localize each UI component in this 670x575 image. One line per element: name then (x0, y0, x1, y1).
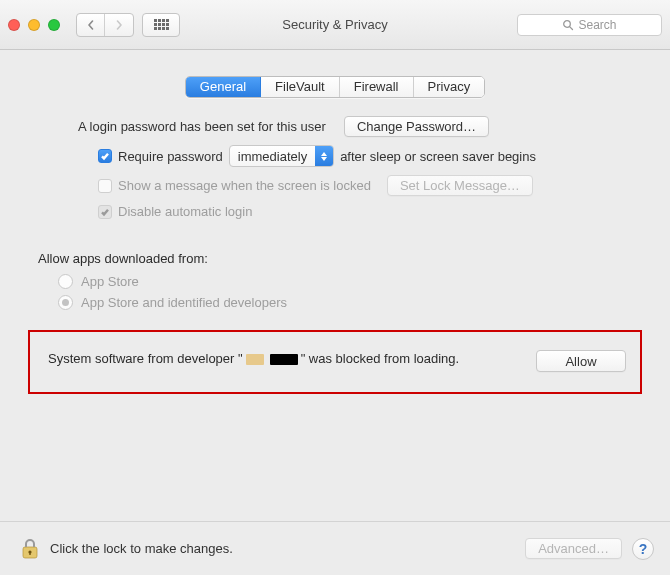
window-titlebar: Security & Privacy Search (0, 0, 670, 50)
grid-icon (154, 19, 169, 30)
allow-apps-option-app-store: App Store (58, 274, 652, 289)
lock-icon[interactable] (20, 537, 40, 561)
radio-app-store-label: App Store (81, 274, 139, 289)
require-password-label-after: after sleep or screen saver begins (340, 149, 536, 164)
close-window-button[interactable] (8, 19, 20, 31)
nav-back-forward (76, 13, 134, 37)
login-password-text: A login password has been set for this u… (78, 119, 326, 134)
svg-line-1 (570, 26, 573, 29)
back-button[interactable] (77, 14, 105, 36)
redacted-developer-name (270, 354, 298, 365)
svg-rect-4 (29, 552, 30, 555)
change-password-button[interactable]: Change Password… (344, 116, 489, 137)
redacted-developer-name (246, 354, 264, 365)
radio-identified-devs (58, 295, 73, 310)
radio-app-store (58, 274, 73, 289)
disable-auto-login-row: Disable automatic login (98, 204, 652, 219)
require-password-label-before: Require password (118, 149, 223, 164)
disable-auto-login-checkbox (98, 205, 112, 219)
search-icon (562, 19, 574, 31)
search-placeholder: Search (578, 18, 616, 32)
tab-firewall[interactable]: Firewall (340, 77, 414, 97)
require-password-delay-popup[interactable]: immediately (229, 145, 334, 167)
search-input[interactable]: Search (517, 14, 662, 36)
tab-filevault[interactable]: FileVault (261, 77, 340, 97)
show-message-checkbox (98, 179, 112, 193)
allow-apps-heading: Allow apps downloaded from: (38, 251, 652, 266)
require-password-checkbox[interactable] (98, 149, 112, 163)
help-button[interactable]: ? (632, 538, 654, 560)
login-password-row: A login password has been set for this u… (78, 116, 652, 137)
stepper-arrows-icon (315, 146, 333, 166)
require-password-row: Require password immediately after sleep… (98, 145, 652, 167)
lock-hint-text: Click the lock to make changes. (50, 541, 233, 556)
set-lock-message-button: Set Lock Message… (387, 175, 533, 196)
tab-general[interactable]: General (186, 77, 261, 97)
preference-pane-body: General FileVault Firewall Privacy A log… (0, 50, 670, 394)
advanced-button: Advanced… (525, 538, 622, 559)
zoom-window-button[interactable] (48, 19, 60, 31)
minimize-window-button[interactable] (28, 19, 40, 31)
tab-privacy[interactable]: Privacy (414, 77, 485, 97)
disable-auto-login-label: Disable automatic login (118, 204, 252, 219)
pane-tabs: General FileVault Firewall Privacy (18, 76, 652, 98)
window-controls (8, 19, 60, 31)
allow-apps-option-identified-devs: App Store and identified developers (58, 295, 652, 310)
radio-identified-devs-label: App Store and identified developers (81, 295, 287, 310)
show-message-row: Show a message when the screen is locked… (98, 175, 652, 196)
show-message-label: Show a message when the screen is locked (118, 178, 371, 193)
forward-button[interactable] (105, 14, 133, 36)
blocked-software-text: System software from developer "" was bl… (48, 350, 518, 369)
show-all-prefs-button[interactable] (142, 13, 180, 37)
blocked-software-section: System software from developer "" was bl… (28, 330, 642, 394)
allow-blocked-software-button[interactable]: Allow (536, 350, 626, 372)
pane-footer: Click the lock to make changes. Advanced… (0, 521, 670, 575)
